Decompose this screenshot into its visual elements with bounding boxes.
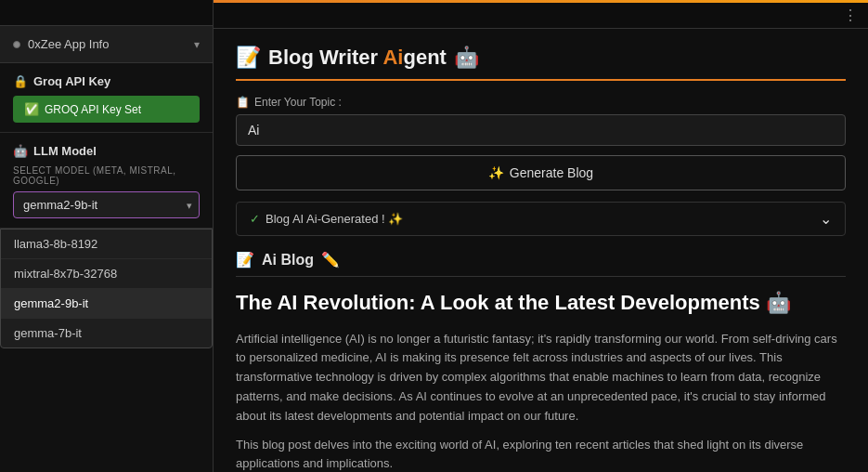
clipboard-icon: 📋 (236, 96, 250, 109)
groq-api-key-button[interactable]: ✅ GROQ API Key Set (13, 96, 200, 123)
app-info-left: 0xZee App Info (13, 37, 109, 51)
status-check-icon: ✓ (250, 212, 260, 226)
model-select[interactable]: llama3-8b-8192 mixtral-8x7b-32768 gemma2… (13, 191, 200, 218)
blog-section-label: Ai Blog (262, 252, 314, 269)
article-paragraph-2: This blog post delves into the exciting … (236, 436, 846, 472)
sparkle-icon: ✨ (488, 165, 504, 180)
app-info-label: 0xZee App Info (28, 37, 109, 51)
groq-api-title: 🔒 Groq API Key (13, 74, 200, 88)
select-label: Select Model (META, MISTRAL, GOOGLE) (13, 165, 200, 186)
sidebar-topbar (0, 0, 213, 26)
generate-btn-label: Generate Blog (510, 165, 593, 180)
dropdown-item-gemma7b[interactable]: gemma-7b-it (1, 319, 212, 347)
blog-status-bar[interactable]: ✓ Blog AI Ai-Generated ! ✨ ⌄ (236, 202, 846, 236)
generate-blog-button[interactable]: ✨ Generate Blog (236, 155, 846, 190)
blog-status-left: ✓ Blog AI Ai-Generated ! ✨ (250, 212, 403, 226)
page-title: 📝 Blog Writer Aigent 🤖 (236, 46, 846, 81)
groq-api-title-text: Groq API Key (33, 74, 110, 88)
dropdown-item-mixtral[interactable]: mixtral-8x7b-32768 (1, 259, 212, 289)
chevron-down-icon: ▾ (194, 38, 200, 51)
topic-label-text: Enter Your Topic : (254, 96, 342, 109)
title-text: Blog Writer Aigent (268, 46, 447, 70)
dot-indicator (13, 41, 20, 48)
lock-icon: 🔒 (13, 74, 28, 88)
dropdown-item-llama3[interactable]: llama3-8b-8192 (1, 229, 212, 259)
main-content: ⋮ 📝 Blog Writer Aigent 🤖 📋 Enter Your To… (214, 0, 868, 472)
pen-icon: ✏️ (321, 251, 340, 269)
ai-highlight: Ai (382, 46, 403, 69)
app-info-dropdown[interactable]: 0xZee App Info ▾ (0, 26, 213, 63)
llm-model-section: 🤖 LLM Model Select Model (META, MISTRAL,… (0, 133, 213, 229)
groq-key-label: GROQ API Key Set (45, 103, 141, 116)
llm-title-text: LLM Model (33, 144, 97, 158)
llm-model-title: 🤖 LLM Model (13, 144, 200, 158)
groq-api-section: 🔒 Groq API Key ✅ GROQ API Key Set (0, 63, 213, 133)
main-body: 📝 Blog Writer Aigent 🤖 📋 Enter Your Topi… (214, 29, 868, 472)
sidebar: 0xZee App Info ▾ 🔒 Groq API Key ✅ GROQ A… (0, 0, 214, 472)
article-title: The AI Revolution: A Look at the Latest … (236, 290, 846, 317)
blog-section-title: 📝 Ai Blog ✏️ (236, 251, 846, 277)
main-topbar: ⋮ (214, 3, 868, 29)
article-paragraph-1: Artificial intelligence (AI) is no longe… (236, 330, 846, 426)
notepad-icon: 📝 (236, 46, 261, 70)
model-select-wrapper: llama3-8b-8192 mixtral-8x7b-32768 gemma2… (13, 191, 200, 218)
status-chevron-icon: ⌄ (820, 210, 832, 228)
groq-check-icon: ✅ (24, 102, 39, 116)
robot-icon-title: 🤖 (454, 46, 479, 70)
model-dropdown-menu: llama3-8b-8192 mixtral-8x7b-32768 gemma2… (0, 229, 213, 348)
kebab-menu-icon[interactable]: ⋮ (843, 7, 859, 24)
topic-input[interactable] (236, 114, 846, 146)
robot-icon-sidebar: 🤖 (13, 144, 28, 158)
topic-label: 📋 Enter Your Topic : (236, 96, 846, 109)
status-text: Blog AI Ai-Generated ! ✨ (266, 212, 403, 226)
blog-icon: 📝 (236, 251, 254, 269)
dropdown-item-gemma2[interactable]: gemma2-9b-it (1, 289, 212, 319)
